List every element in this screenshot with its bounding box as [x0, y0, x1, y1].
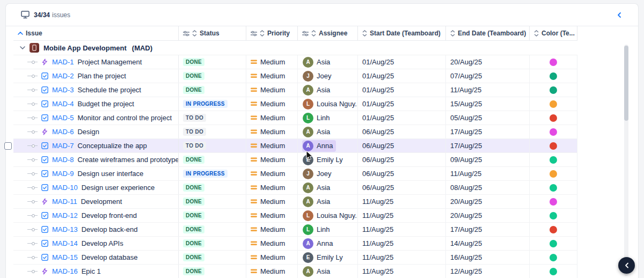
color-cell[interactable]	[530, 139, 577, 152]
dependency-connector[interactable]	[27, 158, 38, 162]
issue-key-link[interactable]: MAD-11	[52, 197, 77, 206]
end-date-cell[interactable]: 16/Aug/25	[446, 251, 530, 264]
issue-key-link[interactable]: MAD-15	[52, 253, 78, 261]
issue-summary[interactable]: Development	[81, 197, 122, 206]
status-cell[interactable]: DONE	[179, 69, 246, 83]
end-date-cell[interactable]: 12/Aug/25	[446, 265, 530, 278]
issue-key-link[interactable]: MAD-7	[52, 142, 74, 150]
status-cell[interactable]: DONE	[179, 55, 246, 69]
start-date-cell[interactable]: 06/Aug/25	[358, 139, 446, 152]
start-date-cell[interactable]: 01/Aug/25	[358, 97, 446, 111]
start-date-cell[interactable]: 11/Aug/25	[358, 195, 446, 208]
column-header-issue[interactable]: Issue	[13, 26, 179, 40]
table-row[interactable]: MAD-3 Schedule the project DONE Medium A…	[13, 83, 577, 97]
dependency-connector[interactable]	[27, 270, 38, 273]
issue-key-link[interactable]: MAD-10	[52, 184, 78, 192]
issue-summary[interactable]: Develop back-end	[82, 225, 138, 233]
status-cell[interactable]: DONE	[179, 209, 246, 222]
issue-summary[interactable]: Budget the project	[77, 100, 134, 108]
end-date-cell[interactable]: 20/Aug/25	[446, 209, 530, 222]
table-row[interactable]: MAD-10 Design user experience DONE Mediu…	[13, 181, 577, 195]
issue-key-link[interactable]: MAD-3	[52, 86, 74, 94]
dependency-connector[interactable]	[27, 200, 38, 203]
issue-summary[interactable]: Develop APIs	[82, 239, 123, 247]
start-date-cell[interactable]: 06/Aug/25	[358, 125, 446, 138]
end-date-cell[interactable]: 11/Aug/25	[446, 83, 530, 97]
end-date-cell[interactable]: 17/Aug/25	[446, 139, 530, 152]
table-row[interactable]: MAD-1 Project Management DONE Medium A A…	[13, 55, 577, 69]
start-date-cell[interactable]: 11/Aug/25	[358, 251, 446, 264]
table-row[interactable]: MAD-8 Create wireframes and prototypes D…	[13, 153, 577, 167]
priority-cell[interactable]: Medium	[246, 223, 298, 236]
issue-summary[interactable]: Design	[77, 128, 99, 136]
priority-cell[interactable]: Medium	[246, 209, 298, 222]
color-cell[interactable]	[530, 83, 577, 97]
issue-key-link[interactable]: MAD-6	[52, 128, 74, 136]
priority-cell[interactable]: Medium	[246, 97, 298, 111]
end-date-cell[interactable]: 08/Aug/25	[446, 181, 530, 194]
start-date-cell[interactable]: 06/Aug/25	[358, 153, 446, 166]
project-group-row[interactable]: Mobile App Development (MAD)	[13, 41, 577, 55]
dependency-connector[interactable]	[27, 186, 38, 189]
assignee-cell[interactable]: A Anna	[298, 237, 358, 250]
priority-cell[interactable]: Medium	[246, 237, 298, 250]
end-date-cell[interactable]: 20/Aug/25	[446, 195, 530, 208]
start-date-cell[interactable]: 11/Aug/25	[358, 223, 446, 236]
priority-cell[interactable]: Medium	[246, 265, 298, 278]
start-date-cell[interactable]: 01/Aug/25	[358, 111, 446, 125]
status-cell[interactable]: DONE	[179, 181, 246, 194]
dependency-connector[interactable]	[27, 130, 38, 134]
chevron-down-icon[interactable]	[20, 46, 25, 49]
table-row[interactable]: MAD-15 Develop database DONE Medium E Em…	[13, 251, 577, 265]
table-row[interactable]: MAD-5 Monitor and control the project TO…	[13, 111, 577, 125]
issue-summary[interactable]: Develop front-end	[82, 211, 137, 220]
end-date-cell[interactable]: 14/Aug/25	[446, 237, 530, 250]
status-cell[interactable]: IN PROGRESS	[179, 97, 246, 111]
issue-key-link[interactable]: MAD-13	[52, 225, 78, 233]
priority-cell[interactable]: Medium	[246, 195, 298, 208]
sort-icon[interactable]	[311, 30, 316, 36]
color-cell[interactable]	[530, 69, 577, 83]
expand-side-panel-button[interactable]	[618, 257, 635, 274]
priority-cell[interactable]: Medium	[246, 167, 298, 180]
assignee-cell[interactable]: J Joey	[298, 69, 358, 83]
table-row[interactable]: MAD-13 Develop back-end DONE Medium L Li…	[13, 223, 577, 237]
end-date-cell[interactable]: 05/Aug/25	[446, 111, 530, 125]
issue-summary[interactable]: Develop database	[82, 253, 138, 261]
issue-summary[interactable]: Epic 1	[82, 267, 101, 275]
priority-cell[interactable]: Medium	[246, 55, 298, 69]
start-date-cell[interactable]: 11/Aug/25	[358, 265, 446, 278]
color-cell[interactable]	[530, 167, 577, 180]
issue-key-link[interactable]: MAD-5	[52, 114, 74, 122]
table-row[interactable]: MAD-4 Budget the project IN PROGRESS Med…	[13, 97, 577, 111]
table-row[interactable]: MAD-12 Develop front-end DONE Medium L L…	[13, 209, 577, 223]
priority-cell[interactable]: Medium	[246, 251, 298, 264]
color-cell[interactable]	[530, 55, 577, 69]
issue-key-link[interactable]: MAD-9	[52, 170, 74, 178]
table-row[interactable]: MAD-9 Design user interface IN PROGRESS …	[13, 167, 577, 181]
end-date-cell[interactable]: 11/Aug/25	[446, 167, 530, 180]
end-date-cell[interactable]: 07/Aug/25	[446, 69, 530, 83]
issue-summary[interactable]: Plan the project	[77, 72, 126, 80]
status-cell[interactable]: TO DO	[179, 111, 246, 125]
scrollbar-thumb[interactable]	[624, 46, 628, 121]
table-row[interactable]: MAD-16 Epic 1 DONE Medium A Asia 11/Aug/…	[13, 265, 577, 278]
dependency-connector[interactable]	[27, 214, 38, 217]
start-date-cell[interactable]: 06/Aug/25	[358, 167, 446, 180]
end-date-cell[interactable]: 17/Aug/25	[446, 125, 530, 138]
column-header-start-date[interactable]: Start Date (Teamboard)	[358, 26, 446, 40]
assignee-cell[interactable]: J Joey	[298, 167, 358, 180]
priority-cell[interactable]: Medium	[246, 69, 298, 83]
color-cell[interactable]	[530, 111, 577, 125]
issue-summary[interactable]: Schedule the project	[77, 86, 141, 94]
start-date-cell[interactable]: 11/Aug/25	[358, 209, 446, 222]
color-cell[interactable]	[530, 195, 577, 208]
dependency-connector[interactable]	[27, 89, 38, 92]
sort-icon[interactable]	[534, 30, 539, 36]
filter-icon[interactable]	[183, 31, 189, 36]
issue-summary[interactable]: Project Management	[77, 58, 142, 66]
dependency-connector[interactable]	[27, 116, 38, 120]
collapse-panel-chevron-left-icon[interactable]	[613, 9, 625, 21]
column-header-color[interactable]: Color (Te...	[530, 26, 577, 40]
table-row[interactable]: MAD-11 Development DONE Medium A Asia 11…	[13, 195, 577, 209]
